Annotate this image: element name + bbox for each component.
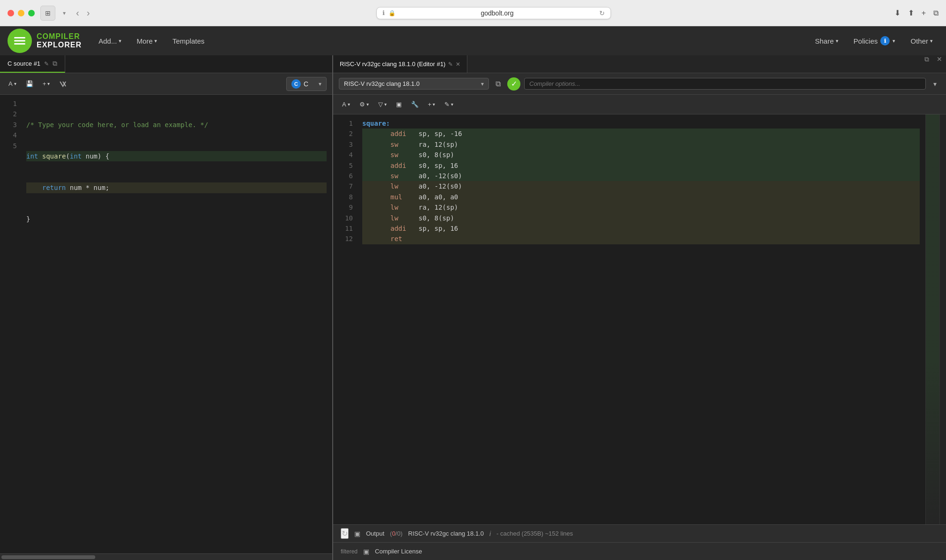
- editor-tab-maximize[interactable]: ⧉: [53, 60, 57, 68]
- status-cached-text: - cached (2535B) ~152 lines: [496, 530, 573, 537]
- editor-scrollbar-thumb[interactable]: [1, 555, 95, 559]
- minimap: [925, 114, 939, 524]
- code-line-1: /* Type your code here, or load an examp…: [26, 120, 327, 130]
- asm-scrollbar[interactable]: [939, 114, 946, 524]
- copy-button[interactable]: ⧉: [933, 9, 938, 17]
- minimize-button[interactable]: [18, 10, 24, 16]
- share-button[interactable]: ⬆: [908, 8, 914, 17]
- logo[interactable]: COMPILER EXPLORER: [8, 29, 82, 53]
- license-label: Compiler License: [375, 548, 422, 555]
- asm-content: square: addi sp, sp, -16 sw ra, 12(sp) s…: [357, 114, 925, 524]
- compiler-status-bar2: filtered ▣ Compiler License: [333, 542, 946, 560]
- minimap-content: [926, 114, 939, 524]
- compiler-tab-header: RISC-V rv32gc clang 18.1.0 (Editor #1) ✎…: [333, 55, 946, 73]
- templates-button[interactable]: Templates: [167, 34, 210, 48]
- download-button[interactable]: ⬇: [894, 8, 900, 17]
- asm-tool-button[interactable]: 🔧: [408, 99, 422, 110]
- filtered-label: filtered: [341, 548, 358, 555]
- policies-button[interactable]: Policies ℹ ▾: [848, 33, 901, 48]
- add-button[interactable]: Add... ▾: [93, 34, 127, 48]
- asm-toolbar: A ▾ ⚙ ▾ ▽ ▾ ▣ 🔧 + ▾: [333, 95, 946, 114]
- compiler-tab-close-icon[interactable]: ✕: [456, 61, 460, 68]
- asm-line-8: mul a0, a0, a0: [362, 192, 920, 202]
- close-button[interactable]: [8, 10, 14, 16]
- asm-filter-button[interactable]: ▽ ▾: [375, 99, 390, 110]
- editor-toolbar: A ▾ 💾 + ▾ C C: [0, 73, 332, 95]
- top-nav: COMPILER EXPLORER Add... ▾ More ▾ Templa…: [0, 26, 946, 55]
- lock-icon: 🔒: [389, 10, 396, 16]
- asm-line-12: ret: [362, 234, 920, 244]
- sidebar-toggle-button[interactable]: ⊞: [40, 6, 55, 21]
- vim-icon: [59, 80, 67, 88]
- fullscreen-button[interactable]: [28, 10, 35, 16]
- output-refresh-button[interactable]: ↻: [341, 528, 349, 539]
- code-line-5: [26, 245, 327, 256]
- output-count: (0/0): [390, 530, 403, 537]
- asm-edit-button[interactable]: ✎ ▾: [441, 99, 457, 110]
- compiler-external-link-button[interactable]: ⧉: [493, 78, 504, 90]
- compiler-name: RISC-V rv32gc clang 18.1.0: [344, 80, 420, 87]
- editor-tab[interactable]: C source #1 ✎ ⧉: [0, 55, 65, 73]
- font-size-button[interactable]: A ▾: [6, 78, 19, 89]
- new-tab-button[interactable]: +: [922, 9, 926, 17]
- asm-area[interactable]: 1 2 3 4 5 6 7 8 9 10 11 12 square: addi …: [333, 114, 946, 524]
- share-nav-button[interactable]: Share ▾: [809, 34, 844, 48]
- asm-line-5: addi s0, sp, 16: [362, 160, 920, 171]
- code-line-2: int square(int num) {: [26, 151, 327, 161]
- refresh-icon[interactable]: ↻: [599, 9, 605, 17]
- compiler-closex-icon[interactable]: ✕: [933, 55, 946, 73]
- license-icon: ▣: [363, 548, 369, 555]
- share-dropdown-arrow: ▾: [836, 38, 839, 44]
- compiler-maximize-icon[interactable]: ⧉: [921, 55, 933, 73]
- url-text: godbolt.org: [399, 9, 595, 17]
- compiler-tab-edit-icon[interactable]: ✎: [448, 61, 453, 68]
- asm-font-button[interactable]: A ▾: [339, 99, 353, 110]
- asm-line-7: lw a0, -12(s0): [362, 181, 920, 191]
- traffic-lights: [8, 10, 35, 16]
- svg-rect-0: [14, 37, 25, 38]
- code-editor[interactable]: 1 2 3 4 5 /* Type your code here, or loa…: [0, 95, 332, 553]
- nav-arrows: ‹ ›: [73, 7, 92, 19]
- asm-line-6: sw a0, -12(s0): [362, 171, 920, 181]
- asm-settings-button[interactable]: ⚙ ▾: [356, 99, 372, 110]
- logo-explorer: EXPLORER: [37, 41, 82, 49]
- compiler-toolbar: RISC-V rv32gc clang 18.1.0 ▾ ⧉ ✓ ▾: [333, 73, 946, 95]
- more-button[interactable]: More ▾: [131, 34, 163, 48]
- language-selector[interactable]: C C ▾: [286, 77, 327, 91]
- editor-panel: C source #1 ✎ ⧉ A ▾ 💾 + ▾: [0, 55, 333, 560]
- add-options-button[interactable]: + ▾: [40, 78, 53, 89]
- asm-line-9: lw ra, 12(sp): [362, 202, 920, 212]
- asm-pane-button[interactable]: ▣: [393, 99, 405, 110]
- save-button[interactable]: 💾: [23, 78, 36, 89]
- compiler-options-expand-button[interactable]: ▾: [930, 78, 940, 90]
- asm-line-numbers: 1 2 3 4 5 6 7 8 9 10 11 12: [333, 114, 357, 524]
- c-lang-icon: C: [291, 79, 301, 89]
- output-label: Output: [366, 530, 384, 537]
- compiler-status-indicator: ✓: [507, 77, 520, 91]
- lang-label: C: [304, 80, 308, 88]
- other-button[interactable]: Other ▾: [905, 34, 938, 48]
- logo-icon: [8, 29, 32, 53]
- back-button[interactable]: ‹: [73, 7, 82, 19]
- editor-scrollbar[interactable]: [0, 553, 332, 560]
- forward-button[interactable]: ›: [84, 7, 93, 19]
- vim-button[interactable]: [56, 78, 69, 90]
- compiler-tab[interactable]: RISC-V rv32gc clang 18.1.0 (Editor #1) ✎…: [333, 55, 467, 73]
- tab-spacer: [467, 55, 921, 73]
- more-dropdown-arrow: ▾: [154, 38, 157, 44]
- compiler-options-input[interactable]: [524, 78, 926, 90]
- output-pane-icon: ▣: [354, 530, 360, 537]
- compiler-status-bar: ↻ ▣ Output (0/0) RISC-V rv32gc clang 18.…: [333, 524, 946, 542]
- address-bar[interactable]: ℹ 🔒 godbolt.org ↻: [376, 7, 611, 19]
- window-actions: ⬇ ⬆ + ⧉: [894, 8, 938, 17]
- warning-count: 0: [397, 530, 400, 537]
- asm-line-10: lw s0, 8(sp): [362, 213, 920, 223]
- asm-line-3: sw ra, 12(sp): [362, 139, 920, 150]
- asm-line-11: addi sp, sp, 16: [362, 223, 920, 234]
- code-line-3: return num * num;: [26, 182, 327, 193]
- code-content[interactable]: /* Type your code here, or load an examp…: [21, 95, 332, 553]
- compiler-selector[interactable]: RISC-V rv32gc clang 18.1.0 ▾: [339, 78, 489, 90]
- logo-compiler: COMPILER: [37, 32, 82, 41]
- asm-add-button[interactable]: + ▾: [425, 99, 439, 110]
- editor-tab-edit-icon[interactable]: ✎: [44, 61, 49, 67]
